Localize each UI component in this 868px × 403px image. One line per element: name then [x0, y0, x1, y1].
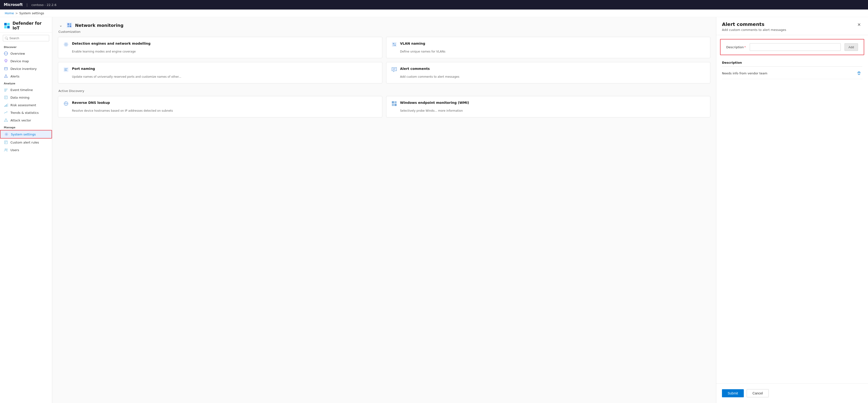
card-detection-engines-desc: Enable learning modes and engine coverag… [63, 50, 377, 54]
sidebar-item-risk-assessment[interactable]: Risk assessment [0, 101, 52, 109]
table-row: Needs info from vendor team [722, 67, 862, 79]
description-label: Description* [726, 46, 746, 49]
card-vlan-naming-title: VLAN naming [400, 41, 425, 46]
sidebar-item-device-map-label: Device map [10, 59, 29, 63]
svg-point-5 [5, 60, 7, 61]
gear-icon [63, 41, 69, 48]
svg-rect-36 [392, 104, 394, 106]
panel-footer: Submit Cancel [716, 383, 868, 403]
svg-rect-30 [393, 45, 394, 46]
card-reverse-dns[interactable]: Reverse DNS lookup Resolve device hostna… [58, 96, 382, 117]
globe-icon [4, 51, 8, 56]
breadcrumb-separator: > [15, 11, 18, 15]
svg-rect-2 [4, 26, 7, 28]
app-title: Defender for IoT [12, 21, 48, 30]
svg-rect-8 [4, 90, 7, 90]
cancel-button[interactable]: Cancel [747, 389, 769, 397]
card-detection-engines[interactable]: Detection engines and network modelling … [58, 37, 382, 58]
svg-rect-20 [66, 22, 72, 28]
sidebar-item-system-settings[interactable]: System settings [0, 130, 52, 139]
panel-subtitle: Add custom comments to alert messages [722, 28, 786, 32]
svg-rect-22 [70, 23, 71, 25]
card-windows-endpoint-desc: Selectively probe Windo... more informat… [391, 109, 706, 113]
active-discovery-cards: Reverse DNS lookup Resolve device hostna… [58, 96, 710, 117]
delete-row-button[interactable] [856, 70, 862, 77]
section-discover-label: Discover [0, 44, 52, 50]
required-marker: * [744, 46, 746, 49]
description-input[interactable] [750, 43, 841, 51]
card-vlan-naming-desc: Define unique names for VLANs [391, 50, 706, 54]
sidebar-item-device-inventory[interactable]: Device inventory [0, 65, 52, 73]
panel-header: Alert comments Add custom comments to al… [716, 17, 868, 35]
sidebar-item-users[interactable]: Users [0, 146, 52, 154]
submit-button[interactable]: Submit [722, 389, 744, 397]
panel-form: Description* Add [720, 39, 864, 55]
sidebar: Defender for IoT Discover Overview Devic… [0, 17, 52, 403]
sidebar-item-attack-vector[interactable]: Attack vector [0, 116, 52, 124]
sidebar-item-alerts[interactable]: Alerts [0, 73, 52, 80]
collapse-button[interactable]: ⌄ [58, 22, 64, 28]
search-box[interactable] [3, 35, 49, 41]
svg-rect-7 [4, 89, 8, 90]
sidebar-item-event-timeline[interactable]: Event timeline [0, 86, 52, 94]
trends-icon [4, 111, 8, 115]
tenant-name: contoso - 22.2.6 [31, 3, 56, 7]
svg-rect-21 [67, 23, 69, 25]
sidebar-item-trends-statistics-label: Trends & statistics [10, 111, 39, 115]
sidebar-item-overview-label: Overview [10, 52, 25, 55]
breadcrumb-home[interactable]: Home [5, 11, 14, 15]
rules-icon [4, 140, 8, 144]
table-column-description: Description [722, 61, 862, 64]
users-icon [4, 148, 8, 152]
card-reverse-dns-desc: Resolve device hostnames based on IP add… [63, 109, 377, 113]
card-alert-comments-title: Alert comments [400, 66, 430, 71]
svg-rect-3 [7, 26, 9, 28]
svg-rect-13 [6, 104, 7, 107]
alert-icon [4, 74, 8, 79]
close-button[interactable]: ✕ [856, 21, 862, 28]
card-windows-endpoint[interactable]: Windows endpoint monitoring (WMI) Select… [386, 96, 711, 117]
customization-cards: Detection engines and network modelling … [58, 37, 710, 83]
add-button[interactable]: Add [844, 43, 858, 51]
sidebar-item-alerts-label: Alerts [10, 75, 20, 78]
timeline-icon [4, 88, 8, 92]
topbar: Microsoft | contoso - 22.2.6 [0, 0, 868, 9]
sidebar-item-device-map[interactable]: Device map [0, 57, 52, 65]
card-port-naming[interactable]: Port naming Update names of universally … [58, 62, 382, 83]
sidebar-item-device-inventory-label: Device inventory [10, 67, 37, 70]
section-analyze-label: Analyze [0, 80, 52, 86]
svg-rect-24 [70, 25, 71, 27]
card-alert-comments[interactable]: Alert comments Add custom comments to al… [386, 62, 711, 83]
svg-rect-12 [5, 105, 6, 107]
trash-icon [857, 71, 861, 75]
breadcrumb: Home > System settings [0, 9, 868, 17]
search-icon [5, 37, 8, 40]
svg-rect-28 [393, 43, 394, 44]
network-monitoring-icon [66, 22, 73, 29]
sidebar-item-custom-alert-rules[interactable]: Custom alert rules [0, 139, 52, 146]
card-alert-comments-desc: Add custom comments to alert messages [391, 75, 706, 79]
svg-rect-29 [395, 43, 396, 44]
svg-rect-37 [395, 104, 397, 106]
sidebar-item-data-mining[interactable]: Data mining [0, 94, 52, 101]
svg-rect-6 [4, 67, 8, 70]
sidebar-item-users-label: Users [10, 148, 19, 152]
sidebar-item-risk-assessment-label: Risk assessment [10, 104, 36, 107]
card-vlan-naming[interactable]: VLAN naming Define unique names for VLAN… [386, 37, 711, 58]
windows-icon [391, 100, 397, 107]
svg-rect-1 [7, 23, 9, 25]
table-header: Description [722, 59, 862, 66]
svg-rect-0 [4, 23, 7, 25]
table-row-text: Needs info from vendor team [722, 71, 856, 75]
sidebar-header: Defender for IoT [0, 17, 52, 33]
sidebar-item-system-settings-label: System settings [11, 133, 36, 136]
sidebar-item-overview[interactable]: Overview [0, 50, 52, 57]
alert-comments-panel: Alert comments Add custom comments to al… [716, 17, 868, 403]
sidebar-item-event-timeline-label: Event timeline [10, 88, 33, 92]
svg-rect-9 [4, 91, 6, 92]
inventory-icon [4, 66, 8, 71]
sidebar-item-trends-statistics[interactable]: Trends & statistics [0, 109, 52, 116]
map-icon [4, 59, 8, 63]
svg-point-18 [5, 149, 6, 150]
search-input[interactable] [9, 36, 47, 40]
